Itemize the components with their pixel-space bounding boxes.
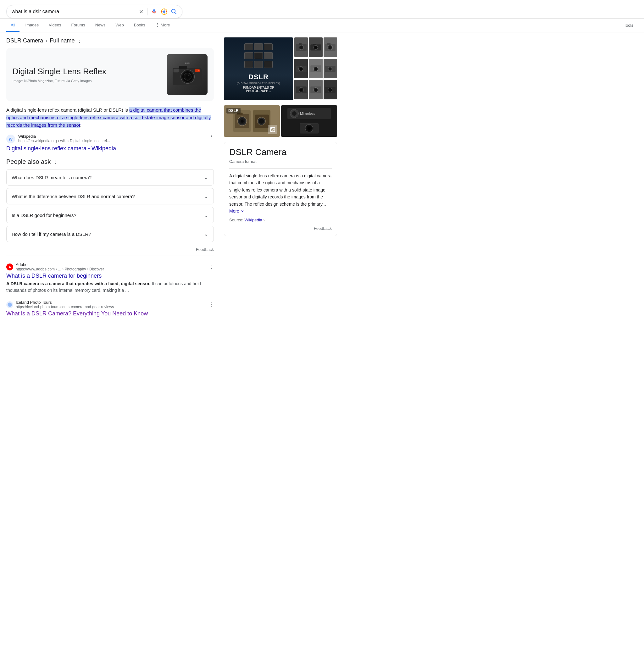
image-icon: [268, 125, 277, 134]
grid-img-4[interactable]: [294, 59, 308, 78]
iceland-favicon: [6, 301, 13, 308]
breadcrumb-title: DSLR Camera: [6, 37, 43, 44]
grid-img-3[interactable]: [324, 37, 337, 57]
paa-item-3[interactable]: Is a DSLR good for beginners? ⌄: [6, 207, 214, 223]
adobe-result-menu[interactable]: ⋮: [209, 264, 214, 270]
search-button[interactable]: [171, 8, 177, 15]
grid-img-6[interactable]: [324, 59, 337, 78]
paa-menu[interactable]: ⋮: [53, 159, 58, 165]
iceland-site-info: Iceland Photo Tours https://iceland-phot…: [16, 300, 114, 309]
lens-search-button[interactable]: [161, 8, 168, 15]
paa-feedback[interactable]: Feedback: [6, 245, 214, 255]
chevron-down-icon-1: ⌄: [204, 174, 208, 181]
clear-button[interactable]: [138, 9, 144, 15]
source-url: https://en.wikipedia.org › wiki › Digita…: [18, 139, 206, 143]
tab-videos[interactable]: Videos: [44, 19, 66, 32]
tab-news[interactable]: News: [91, 19, 110, 32]
kp-description: A digital single-lens reflex camera is a…: [229, 172, 332, 214]
svg-rect-9: [179, 66, 187, 69]
camera-grid-images: [294, 37, 337, 100]
grid-img-8[interactable]: [309, 80, 322, 99]
svg-point-37: [314, 68, 317, 70]
svg-point-62: [308, 127, 311, 130]
source-menu-button[interactable]: ⋮: [209, 134, 214, 139]
tab-images[interactable]: Images: [21, 19, 43, 32]
wikipedia-link[interactable]: Digital single-lens reflex camera - Wiki…: [6, 145, 214, 152]
paa-item-2[interactable]: What is the difference between DSLR and …: [6, 188, 214, 205]
grid-img-5[interactable]: [309, 59, 322, 78]
grid-img-2[interactable]: [309, 37, 322, 57]
kp-divider: [229, 168, 332, 169]
breadcrumb-subtitle: Full name: [50, 37, 74, 44]
kp-menu-button[interactable]: ⋮: [259, 158, 263, 164]
svg-rect-23: [299, 43, 301, 45]
mirrorless-box[interactable]: Mirrorless: [281, 105, 337, 137]
search-input[interactable]: [12, 9, 136, 15]
svg-point-5: [163, 11, 165, 13]
svg-point-13: [186, 74, 190, 78]
source-wikipedia: W Wikipedia https://en.wikipedia.org › w…: [6, 134, 214, 143]
grid-img-1[interactable]: [294, 37, 308, 57]
voice-search-button[interactable]: [151, 8, 158, 15]
tab-forums[interactable]: Forums: [67, 19, 90, 32]
left-column: DSLR Camera › Full name ⋮ Digital Single…: [6, 37, 214, 323]
kp-source-link[interactable]: Wikipedia: [244, 217, 262, 222]
paa-item-4[interactable]: How do I tell if my camera is a DSLR? ⌄: [6, 226, 214, 242]
kp-more-button[interactable]: More: [229, 208, 244, 214]
svg-point-46: [314, 89, 317, 91]
result-source-iceland: Iceland Photo Tours https://iceland-phot…: [6, 300, 214, 309]
kp-title: DSLR Camera: [229, 147, 332, 157]
main-content: DSLR Camera › Full name ⋮ Digital Single…: [0, 32, 377, 328]
svg-line-7: [175, 13, 176, 14]
wikipedia-icon: W: [6, 135, 15, 143]
search-bar: [6, 5, 182, 18]
compare-images: DSLR Mirrorless: [224, 105, 337, 137]
search-header: [0, 0, 644, 19]
svg-rect-31: [327, 43, 331, 45]
dslr-video-title: DSLR: [230, 73, 287, 81]
chevron-down-icon-3: ⌄: [204, 212, 208, 218]
tab-more[interactable]: ⋮More: [151, 19, 175, 32]
iceland-result-menu[interactable]: ⋮: [209, 301, 214, 308]
svg-point-17: [198, 70, 199, 71]
dslr-compare-box[interactable]: DSLR: [224, 105, 280, 137]
svg-point-19: [7, 302, 12, 306]
iceland-result-title[interactable]: What is a DSLR Camera? Everything You Ne…: [6, 310, 214, 317]
tab-books[interactable]: Books: [129, 19, 150, 32]
camera-illustration: NIKON: [171, 62, 203, 87]
description-text: A digital single-lens reflex camera (dig…: [6, 106, 214, 129]
image-caption: Image: N-Photo Magazine, Future via Gett…: [13, 79, 162, 83]
grid-img-9[interactable]: [324, 80, 337, 99]
adobe-url: https://www.adobe.com › ... › Photograph…: [16, 267, 104, 271]
adobe-result-title[interactable]: What is a DSLR camera for beginners: [6, 273, 214, 279]
dslr-video-thumbnail[interactable]: DSLR (DIGITAL SINGLE-LENS REFLEX) FUNDAM…: [224, 37, 293, 100]
result-item-iceland: Iceland Photo Tours https://iceland-phot…: [6, 300, 214, 317]
svg-point-30: [329, 46, 332, 49]
svg-point-56: [259, 119, 264, 124]
breadcrumb: DSLR Camera › Full name ⋮: [6, 37, 214, 44]
svg-point-22: [300, 46, 302, 49]
svg-rect-15: [174, 69, 179, 73]
svg-point-14: [188, 75, 189, 76]
adobe-favicon: A: [6, 263, 13, 270]
svg-rect-27: [313, 44, 316, 45]
tools-button[interactable]: Tools: [620, 19, 638, 32]
grid-img-7[interactable]: [294, 80, 308, 99]
tab-all[interactable]: All: [6, 19, 19, 32]
adobe-site-name: Adobe: [16, 262, 104, 267]
svg-text:NIKON: NIKON: [185, 62, 190, 64]
paa-item-1[interactable]: What does DSLR mean for a camera? ⌄: [6, 169, 214, 186]
kp-feedback[interactable]: Feedback: [229, 226, 332, 231]
dslr-video-subtext: (DIGITAL SINGLE-LENS REFLEX): [230, 82, 287, 85]
kp-source-row: Source: Wikipedia ›: [229, 217, 332, 222]
section-divider: [6, 256, 214, 256]
source-name: Wikipedia: [18, 134, 206, 139]
search-icon-group: [138, 8, 177, 15]
breadcrumb-menu[interactable]: ⋮: [77, 38, 82, 44]
svg-point-43: [300, 89, 302, 91]
featured-snippet-card: Digital Single-Lens Reflex Image: N-Phot…: [6, 48, 214, 101]
tab-web[interactable]: Web: [111, 19, 128, 32]
svg-point-58: [272, 128, 272, 129]
iceland-site-name: Iceland Photo Tours: [16, 300, 114, 305]
divider: [147, 8, 147, 15]
